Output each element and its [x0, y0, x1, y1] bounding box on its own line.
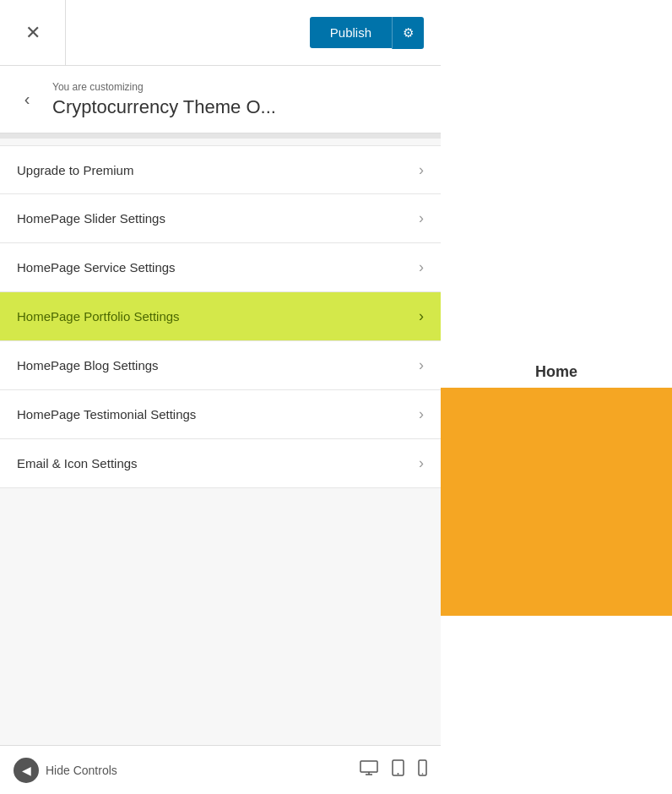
chevron-right-icon-email: ›: [419, 454, 424, 472]
hide-controls-group: ◀ Hide Controls: [14, 758, 117, 783]
sidebar: ✕ Publish ⚙ ‹ You are customizing Crypto…: [0, 0, 441, 794]
preview-orange-block: [441, 388, 672, 616]
menu-item-label-service: HomePage Service Settings: [17, 260, 176, 275]
menu-item-label-upgrade: Upgrade to Premium: [17, 163, 133, 177]
chevron-right-icon-upgrade: ›: [419, 161, 424, 179]
menu-item-blog[interactable]: HomePage Blog Settings›: [0, 341, 441, 390]
menu-item-upgrade[interactable]: Upgrade to Premium›: [0, 145, 441, 194]
menu-item-testimonial[interactable]: HomePage Testimonial Settings›: [0, 390, 441, 439]
gear-icon: ⚙: [403, 25, 414, 40]
menu-item-label-slider: HomePage Slider Settings: [17, 211, 165, 226]
svg-point-6: [422, 773, 424, 775]
back-button[interactable]: ‹: [8, 81, 46, 118]
breadcrumb-text: You are customizing Cryptocurrency Theme…: [52, 81, 276, 118]
publish-group: Publish ⚙: [310, 17, 424, 49]
svg-point-4: [398, 773, 399, 775]
theme-name: Cryptocurrency Theme O...: [52, 96, 276, 118]
hide-controls-button[interactable]: ◀: [14, 758, 39, 783]
menu-item-service[interactable]: HomePage Service Settings›: [0, 243, 441, 292]
top-bar: ✕ Publish ⚙: [0, 0, 441, 66]
menu-item-slider[interactable]: HomePage Slider Settings›: [0, 194, 441, 243]
chevron-right-icon-blog: ›: [419, 356, 424, 374]
publish-settings-button[interactable]: ⚙: [392, 17, 424, 49]
chevron-right-icon-service: ›: [419, 258, 424, 276]
hide-controls-label: Hide Controls: [46, 764, 117, 777]
publish-button[interactable]: Publish: [310, 17, 392, 48]
desktop-icon[interactable]: [360, 760, 378, 780]
menu-item-email[interactable]: Email & Icon Settings›: [0, 439, 441, 488]
bottom-bar: ◀ Hide Controls: [0, 745, 441, 794]
back-icon: ‹: [24, 90, 30, 109]
chevron-right-icon-testimonial: ›: [419, 405, 424, 423]
menu-item-label-testimonial: HomePage Testimonial Settings: [17, 407, 196, 421]
close-icon: ✕: [25, 22, 41, 44]
close-button[interactable]: ✕: [0, 0, 66, 66]
menu-item-label-blog: HomePage Blog Settings: [17, 358, 159, 373]
menu-item-portfolio[interactable]: HomePage Portfolio Settings›: [0, 292, 441, 341]
menu-list: Upgrade to Premium›HomePage Slider Setti…: [0, 139, 441, 745]
tablet-icon[interactable]: [392, 759, 404, 780]
svg-rect-0: [360, 761, 377, 772]
device-icons-group: [360, 759, 427, 780]
mobile-icon[interactable]: [418, 759, 427, 780]
customizing-label: You are customizing: [52, 81, 276, 93]
menu-item-label-email: Email & Icon Settings: [17, 456, 138, 470]
preview-home-label: Home: [535, 363, 577, 381]
chevron-right-icon-slider: ›: [419, 209, 424, 227]
preview-panel: Home: [441, 0, 672, 794]
breadcrumb-bar: ‹ You are customizing Cryptocurrency The…: [0, 66, 441, 133]
chevron-right-icon-portfolio: ›: [419, 307, 424, 325]
arrow-left-icon: ◀: [22, 764, 31, 777]
menu-item-label-portfolio: HomePage Portfolio Settings: [17, 309, 180, 324]
